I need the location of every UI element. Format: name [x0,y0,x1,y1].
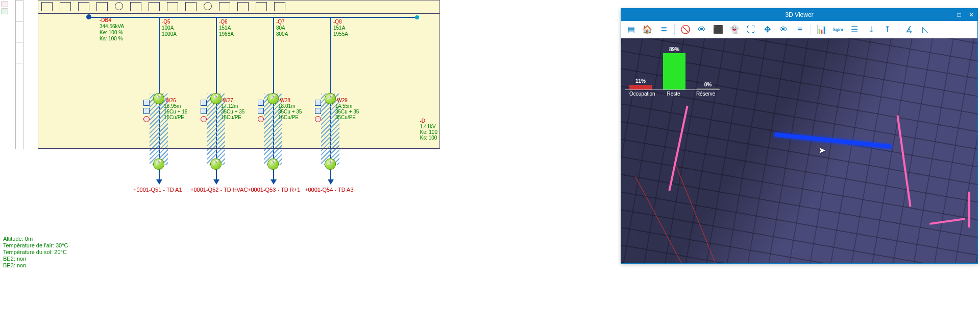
eye-all-icon[interactable]: 👁 [694,22,709,37]
chart-icon[interactable]: 📊 [814,22,829,37]
occupancy-chart: 11% 89% 0% Occupation Reste Réserve [625,41,720,97]
pin-icon[interactable] [325,94,335,104]
bar-rect [697,88,719,89]
chart-axis: Occupation Reste Réserve [625,89,720,97]
eye-icon[interactable]: 👁 [776,22,791,37]
viewer-window[interactable]: 3D Viewer □ ✕ ▤ 🏠 ≣ 🚫 👁 ⬛ 👻 ⛶ ✥ 👁 ≡ 📊 kg… [621,8,978,264]
busbar-terminal-right[interactable] [415,15,419,19]
breaker-label: -Q6 151A 1968A [219,19,234,37]
symbol-panel[interactable] [256,2,267,11]
pin-icon[interactable] [154,94,164,104]
cable-label: -W28 18.01m 35Cu + 35 16Cu/PE [278,98,302,120]
measure-icon[interactable]: ∡ [901,22,917,37]
cable-pe: 35Cu/PE [335,115,356,120]
breaker-a2: 1955A [333,31,348,37]
schematic-canvas[interactable]: 600A -DB4 344.56kVA Ke: 100 % Ks: 100 % … [38,0,440,149]
cable-pe: 16Cu/PE [278,115,299,120]
pin-icon[interactable] [211,94,221,104]
cable-len: 14.55m [335,103,352,109]
breaker-a1: 151A [333,25,345,31]
symbol-switch[interactable] [78,2,89,11]
expand-icon[interactable]: ⛶ [743,22,758,37]
bar-reserve: 0% [697,82,719,89]
layers-icon[interactable]: ≣ [656,22,671,37]
pin-icon[interactable] [325,159,335,169]
symbol-relay[interactable] [185,2,197,11]
outgoing-label[interactable]: +0001-Q53 - TD R+1 [248,187,309,193]
symbol-meter[interactable] [115,2,123,10]
symbol-block-a[interactable] [130,2,141,11]
eye-off-icon[interactable]: 🚫 [678,22,693,37]
busbar[interactable] [91,17,415,18]
import-b-icon[interactable]: ⤒ [879,22,895,37]
viewer-titlebar[interactable]: 3D Viewer □ ✕ [621,9,977,21]
symbol-ground[interactable] [237,2,249,11]
left-palette [0,0,9,15]
symbol-lamp[interactable] [204,2,212,10]
symbol-contact[interactable] [96,2,108,11]
breaker-id: -Q8 [333,19,342,25]
move-icon[interactable]: ✥ [760,22,775,37]
pin-icon[interactable] [268,159,278,169]
ghost-icon[interactable]: 👻 [727,22,742,37]
schematic-canvas-wrap: 600A -DB4 344.56kVA Ke: 100 % Ks: 100 % … [13,0,440,204]
palette-item-b[interactable] [1,8,8,14]
axis-label: Occupation [629,91,652,97]
outgoing-label[interactable]: +0001-Q51 - TD A1 [133,187,194,193]
cable-pe: 16Cu/PE [221,115,241,120]
device-stack [143,100,150,125]
bar-reste: 89% [663,47,685,89]
symbol-fuse[interactable] [167,2,178,11]
cable-sec: 35Cu + 35 [221,109,244,115]
close-button[interactable]: ✕ [965,9,977,21]
symbol-transformer[interactable] [60,2,71,11]
cable-label: -W29 14.55m 35Cu + 35 35Cu/PE [335,98,359,120]
home-icon[interactable]: 🏠 [640,22,655,37]
cube-icon[interactable]: ⬛ [710,22,726,37]
bar-value: 11% [635,78,646,84]
right-block-ks: Ks: 100 [420,135,437,141]
viewer-toolbar: ▤ 🏠 ≣ 🚫 👁 ⬛ 👻 ⛶ ✥ 👁 ≡ 📊 kg/m ☰ ⤓ ⤒ ∡ ◺ [621,21,977,38]
db4-ks: Ks: 100 % [100,36,123,41]
arrow-down-icon [213,179,219,185]
right-block-id: -D [420,118,426,124]
pin-icon[interactable] [268,94,278,104]
cable-label: -W27 17.12m 35Cu + 35 16Cu/PE [221,98,244,120]
symbol-busbar[interactable] [274,2,285,11]
cable-id: -W27 [221,98,233,103]
environment-status: Altitude: 0m Température de l'air: 30°C … [3,236,68,269]
db4-block[interactable]: -DB4 344.56kVA Ke: 100 % Ks: 100 % [100,17,124,42]
db4-id: -DB4 [100,17,111,23]
data-view-icon[interactable]: ▤ [623,22,639,37]
symbol-box[interactable] [41,2,53,11]
breaker-id: -Q6 [219,19,228,25]
import-a-icon[interactable]: ⤓ [863,22,878,37]
pin-icon[interactable] [154,159,164,169]
viewer-title: 3D Viewer [785,11,813,18]
toolbar-separator [674,24,675,35]
breaker-label: -Q8 151A 1955A [333,19,348,37]
toolbar-separator [811,24,811,35]
list-icon[interactable]: ☰ [847,22,862,37]
cable-sec: 35Cu + 35 [278,109,302,115]
symbol-breaker[interactable] [219,2,230,11]
sliders-icon[interactable]: ≡ [792,22,807,37]
maximize-button[interactable]: □ [953,9,965,21]
bar-rect [629,85,652,89]
palette-item-a[interactable] [1,1,8,7]
device-stack [315,100,321,125]
symbol-block-b[interactable] [149,2,160,11]
cable-label: -W26 18.95m 16Cu + 16 16Cu/PE [164,98,187,120]
cable-id: -W28 [278,98,290,103]
axis-label: Reste [663,91,684,97]
bar-occupation: 11% [629,78,652,89]
kgm-button[interactable]: kg/m [830,22,846,37]
pin-icon[interactable] [211,159,221,169]
outgoing-label[interactable]: +0001-Q52 - TD HVAC [190,187,252,193]
status-soil-temp: Température du sol: 20°C [3,249,68,256]
angle-icon[interactable]: ◺ [918,22,933,37]
breaker-id: -Q5 [162,19,170,25]
cursor-icon: ➤ [818,145,826,156]
outgoing-label[interactable]: +0001-Q54 - TD A3 [305,187,366,193]
busbar-terminal-left[interactable] [86,14,91,19]
